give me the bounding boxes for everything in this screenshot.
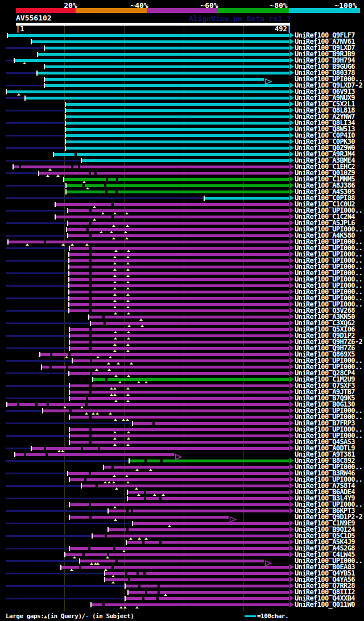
alignment-break (82, 184, 85, 187)
alignment-break (158, 585, 160, 587)
arrowhead-icon (289, 401, 294, 407)
alignment-break (68, 353, 71, 356)
start-tick (69, 333, 70, 338)
alignment-bar (64, 178, 289, 181)
arrowhead-icon (289, 126, 294, 132)
query-extent-line (6, 335, 69, 337)
alignment-bar (70, 428, 289, 431)
query-extent-line (6, 285, 68, 287)
alignment-bar (45, 65, 289, 68)
start-tick (125, 596, 126, 601)
alignment-bar (32, 40, 289, 43)
alignment-break (89, 347, 92, 350)
arrowhead-icon (289, 489, 294, 495)
arrowhead-icon (289, 39, 294, 44)
alignment-break (85, 403, 88, 406)
alignment-bar (130, 459, 289, 462)
query-extent-line (6, 260, 68, 262)
query-extent-line (6, 385, 69, 387)
alignment-bar (105, 572, 289, 575)
alignment-bar (32, 447, 289, 450)
start-tick (127, 490, 128, 495)
arrowhead-icon (289, 82, 294, 88)
alignment-bar (66, 115, 289, 118)
query-extent-line (6, 235, 67, 237)
alignment-bar (68, 472, 289, 475)
arrowhead-icon (289, 208, 294, 213)
query-extent-line (6, 47, 44, 49)
alignment-bar (89, 316, 289, 318)
start-tick (79, 558, 80, 564)
alignment-bar (14, 165, 289, 168)
alignment-bar (66, 103, 289, 106)
alignment-break (89, 341, 92, 343)
start-tick (31, 446, 32, 451)
alignment-bar (68, 222, 289, 225)
arrowhead-icon (289, 258, 294, 263)
alignment-break (89, 259, 92, 262)
arrowhead-icon (289, 427, 294, 432)
alignment-bar (45, 84, 289, 87)
start-tick (42, 408, 43, 413)
alignment-break (142, 541, 144, 544)
alignment-break (89, 266, 92, 268)
alignment-break (89, 334, 92, 337)
query-extent-line (6, 297, 68, 299)
alignment-bar (69, 266, 289, 268)
alignment-bar (69, 272, 289, 275)
arrowhead-icon (289, 176, 294, 182)
alignment-bar (66, 140, 289, 143)
arrowhead-icon (289, 145, 294, 151)
arrowhead-icon (289, 477, 294, 482)
alignment-break (113, 547, 115, 550)
alignment-break (106, 178, 108, 181)
start-tick (68, 296, 69, 301)
alignment-break (138, 585, 140, 587)
start-tick (69, 340, 70, 345)
arrowhead-icon (289, 408, 294, 413)
arrowhead-icon (289, 602, 294, 607)
start-tick (68, 264, 69, 270)
alignment-bar (70, 478, 289, 481)
alignment-bar (70, 328, 289, 331)
start-tick (65, 108, 66, 113)
alignment-break (49, 366, 52, 369)
arrowhead-icon (289, 264, 294, 270)
alignment-break (158, 591, 160, 594)
alignment-bar (70, 397, 289, 400)
query-extent-line (6, 598, 125, 599)
arrowhead-icon (289, 564, 294, 570)
start-tick (64, 552, 65, 557)
query-extent-line (6, 322, 90, 324)
alignment-bar (70, 416, 289, 419)
alignment-bar (67, 191, 289, 193)
alignment-break (96, 485, 98, 487)
alignment-row[interactable]: UniRef100_Q011W0 (0, 602, 364, 608)
start-tick (38, 171, 39, 176)
start-tick (69, 427, 70, 432)
arrowhead-icon (289, 339, 294, 345)
alignment-break (152, 422, 155, 425)
start-tick (65, 183, 67, 188)
start-tick (44, 64, 45, 69)
alignment-break (111, 466, 114, 469)
alignment-bar (127, 541, 289, 544)
hit-label[interactable]: UniRef100_Q011W0 (295, 602, 355, 608)
arrowhead-icon (289, 57, 294, 63)
arrowhead-icon (289, 245, 294, 251)
start-tick (24, 96, 26, 101)
arrowhead-icon (289, 583, 294, 589)
start-tick (65, 139, 66, 144)
gap-triangle-icon (119, 606, 123, 608)
alignment-break (78, 165, 80, 168)
alignment-break (90, 372, 92, 375)
query-extent-line (6, 60, 14, 61)
arrowhead-icon (289, 314, 294, 320)
start-tick (127, 496, 128, 501)
arrowhead-icon (289, 51, 294, 57)
arrowhead-icon (289, 439, 294, 445)
alignment-bar (109, 510, 289, 512)
arrowhead-icon (289, 570, 294, 576)
query-extent-line (6, 473, 67, 474)
start-tick (67, 471, 68, 476)
